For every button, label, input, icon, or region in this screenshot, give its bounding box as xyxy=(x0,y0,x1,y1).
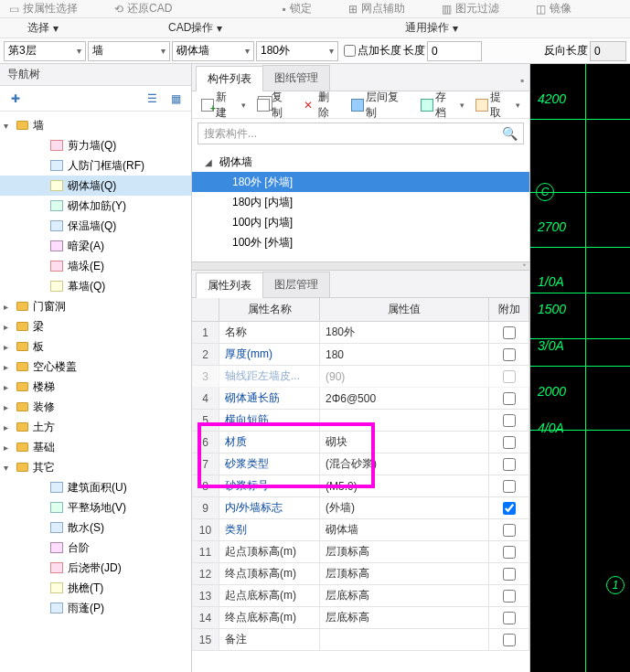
tree-node[interactable]: 台阶 xyxy=(0,538,191,558)
copy-button[interactable]: 复制 xyxy=(253,88,297,123)
component-tree[interactable]: ◢砌体墙180外 [外墙]180内 [内墙]100内 [内墙]100外 [外墙] xyxy=(192,148,529,261)
tab-component-list[interactable]: 构件列表 xyxy=(196,66,263,91)
nav-view-grid-button[interactable]: ▦ xyxy=(166,90,186,108)
component-select[interactable]: 180外▾ xyxy=(256,41,338,61)
property-row[interactable]: 3轴线距左墙皮...(90) xyxy=(192,366,529,388)
tree-node[interactable]: 砌体墙(Q) xyxy=(0,176,191,196)
property-add-checkbox[interactable] xyxy=(489,541,529,562)
ribbon-group-cad[interactable]: CAD操作▾ xyxy=(168,20,222,36)
layer-copy-button[interactable]: 层间复制 xyxy=(347,88,413,123)
property-value[interactable]: 180 xyxy=(320,344,489,365)
tree-node[interactable]: 散水(S) xyxy=(0,517,191,538)
property-value[interactable]: 2Φ6@500 xyxy=(320,388,489,409)
property-row[interactable]: 2厚度(mm)180 xyxy=(192,344,529,366)
tree-node[interactable]: ▸基础 xyxy=(0,437,191,457)
component-item[interactable]: 100外 [外墙] xyxy=(192,232,529,252)
property-add-checkbox[interactable] xyxy=(489,563,529,584)
component-item[interactable]: 180内 [内墙] xyxy=(192,192,529,212)
tree-node[interactable]: ▸楼梯 xyxy=(0,377,191,397)
property-add-checkbox[interactable] xyxy=(489,607,529,628)
nav-view-list-button[interactable]: ☰ xyxy=(142,90,162,108)
property-row[interactable]: 11起点顶标高(m)层顶标高 xyxy=(192,541,529,563)
ribbon-group-common[interactable]: 通用操作▾ xyxy=(405,20,458,36)
tree-node[interactable]: 挑檐(T) xyxy=(0,578,191,598)
property-row[interactable]: 7砂浆类型(混合砂浆) xyxy=(192,453,529,475)
property-row[interactable]: 6材质砌块 xyxy=(192,432,529,453)
property-add-checkbox[interactable] xyxy=(489,366,529,387)
length-input[interactable] xyxy=(427,41,482,61)
property-row[interactable]: 15备注 xyxy=(192,629,529,651)
new-button[interactable]: 新建▾ xyxy=(198,88,250,123)
property-add-checkbox[interactable] xyxy=(489,585,529,606)
property-value[interactable]: (90) xyxy=(320,366,489,387)
delete-button[interactable]: ✕删除 xyxy=(300,88,344,123)
tree-node[interactable]: ▾墙 xyxy=(0,115,191,135)
middle-splitter[interactable] xyxy=(192,261,529,271)
ribbon-cmd-grid-assist[interactable]: ⊞网点辅助 xyxy=(348,1,405,16)
property-add-checkbox[interactable] xyxy=(489,344,529,365)
property-value[interactable]: 砌体墙 xyxy=(320,519,489,540)
tree-node[interactable]: 剪力墙(Q) xyxy=(0,135,191,155)
property-value[interactable]: (混合砂浆) xyxy=(320,453,489,475)
tree-node[interactable]: 墙垛(E) xyxy=(0,256,191,276)
tree-node[interactable]: ▸装修 xyxy=(0,397,191,417)
nav-tree[interactable]: ▾墙剪力墙(Q)人防门框墙(RF)砌体墙(Q)砌体加筋(Y)保温墙(Q)暗梁(A… xyxy=(0,112,191,672)
component-search[interactable]: 搜索构件...🔍 xyxy=(198,123,524,144)
property-value[interactable]: 砌块 xyxy=(320,432,489,453)
tree-node[interactable]: 后浇带(JD) xyxy=(0,558,191,578)
subcategory-select[interactable]: 砌体墙▾ xyxy=(172,41,254,61)
property-row[interactable]: 12终点顶标高(m)层顶标高 xyxy=(192,563,529,585)
tree-node[interactable]: ▾其它 xyxy=(0,457,191,477)
property-add-checkbox[interactable] xyxy=(489,519,529,540)
property-row[interactable]: 8砂浆标号(M5.0) xyxy=(192,475,529,497)
property-row[interactable]: 1名称180外 xyxy=(192,322,529,344)
property-add-checkbox[interactable] xyxy=(489,475,529,496)
property-add-checkbox[interactable] xyxy=(489,322,529,343)
nav-expand-button[interactable]: ✚ xyxy=(5,90,26,108)
property-row[interactable]: 14终点底标高(m)层底标高 xyxy=(192,607,529,629)
property-row[interactable]: 4砌体通长筋2Φ6@500 xyxy=(192,388,529,410)
tab-property-list[interactable]: 属性列表 xyxy=(196,272,263,298)
property-add-checkbox[interactable] xyxy=(489,629,529,650)
tree-node[interactable]: ▸空心楼盖 xyxy=(0,357,191,377)
tab-layer-manage[interactable]: 图层管理 xyxy=(262,272,330,297)
tree-node[interactable]: ▸梁 xyxy=(0,316,191,336)
property-row[interactable]: 9内/外墙标志(外墙) xyxy=(192,497,529,519)
ribbon-cmd-mirror[interactable]: ◫镜像 xyxy=(536,1,571,16)
tree-node[interactable]: 幕墙(Q) xyxy=(0,276,191,296)
tree-node[interactable]: ▸板 xyxy=(0,336,191,357)
property-row[interactable]: 13起点底标高(m)层底标高 xyxy=(192,585,529,607)
tree-node[interactable]: ▸门窗洞 xyxy=(0,296,191,316)
property-value[interactable]: (外墙) xyxy=(320,497,489,518)
ribbon-cmd-restore-cad[interactable]: ⟲还原CAD xyxy=(114,1,172,16)
tree-node[interactable]: 保温墙(Q) xyxy=(0,216,191,236)
property-row[interactable]: 10类别砌体墙 xyxy=(192,519,529,541)
property-table[interactable]: 1名称180外2厚度(mm)1803轴线距左墙皮...(90)4砌体通长筋2Φ6… xyxy=(192,322,529,672)
reverse-length-input[interactable] xyxy=(590,41,626,61)
tree-node[interactable]: 建筑面积(U) xyxy=(0,477,191,497)
tree-node[interactable]: 暗梁(A) xyxy=(0,236,191,256)
extract-button[interactable]: 提取▾ xyxy=(472,88,524,123)
component-item[interactable]: 100内 [内墙] xyxy=(192,212,529,232)
property-add-checkbox[interactable] xyxy=(489,453,529,475)
point-length-checkbox[interactable]: 点加长度 xyxy=(344,43,401,59)
category-select[interactable]: 墙▾ xyxy=(88,41,170,61)
tree-node[interactable]: 砌体加筋(Y) xyxy=(0,196,191,216)
property-add-checkbox[interactable] xyxy=(489,432,529,453)
component-root[interactable]: ◢砌体墙 xyxy=(192,152,529,172)
tree-node[interactable]: 人防门框墙(RF) xyxy=(0,155,191,176)
save-button[interactable]: 存档▾ xyxy=(417,88,469,123)
tree-node[interactable]: 雨蓬(P) xyxy=(0,598,191,618)
property-value[interactable]: 180外 xyxy=(320,322,489,343)
property-value[interactable]: 层顶标高 xyxy=(320,563,489,584)
property-value[interactable]: 层底标高 xyxy=(320,585,489,606)
drawing-canvas[interactable]: 4200 C 2700 1/0A 1500 3/0A 2000 4/0A 1 xyxy=(530,64,630,672)
ribbon-group-select[interactable]: 选择▾ xyxy=(27,20,59,36)
property-add-checkbox[interactable] xyxy=(489,497,529,518)
property-add-checkbox[interactable] xyxy=(489,410,529,431)
component-item[interactable]: 180外 [外墙] xyxy=(192,172,529,192)
property-value[interactable]: (M5.0) xyxy=(320,475,489,496)
ribbon-cmd-select-by-attr[interactable]: ▭按属性选择 xyxy=(9,1,78,16)
property-row[interactable]: 5横向短筋 xyxy=(192,410,529,432)
property-value[interactable]: 层顶标高 xyxy=(320,541,489,562)
